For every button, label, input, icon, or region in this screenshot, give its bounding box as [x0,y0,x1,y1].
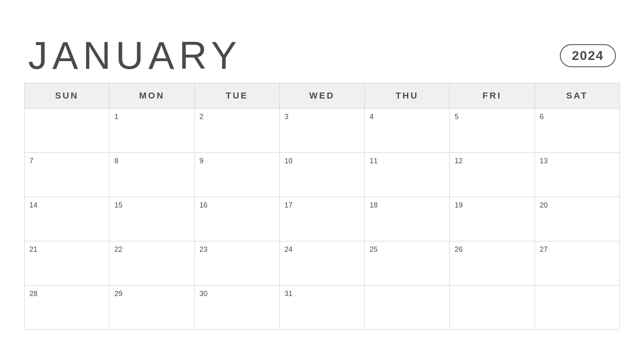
calendar-cell[interactable]: 5 [450,109,535,153]
calendar-cell[interactable]: 19 [450,197,535,241]
calendar-cell[interactable]: 18 [365,197,450,241]
calendar-cell[interactable]: 6 [535,109,619,153]
calendar-grid: SUN MON TUE WED THU FRI SAT 123456789101… [24,83,620,330]
calendar-body: 1234567891011121314151617181920212223242… [25,109,620,330]
calendar-container: JANUARY 2024 SUN MON TUE WED THU FRI SAT… [24,20,620,342]
month-title: JANUARY [28,36,242,75]
calendar-cell[interactable]: 8 [109,153,194,197]
calendar-cell[interactable]: 14 [25,197,109,241]
days-of-week-row: SUN MON TUE WED THU FRI SAT [25,83,620,109]
calendar-cell[interactable]: 30 [194,286,279,330]
calendar-cell[interactable]: 29 [109,286,194,330]
day-number: 25 [369,245,378,253]
day-number: 15 [114,201,122,209]
header-sat: SAT [535,83,619,109]
day-number: 2 [200,113,204,121]
calendar-cell[interactable]: 27 [535,241,619,286]
calendar-cell[interactable]: 17 [279,197,364,241]
calendar-cell[interactable]: 31 [279,286,364,330]
day-number: 29 [114,290,122,298]
day-number: 22 [114,245,122,253]
day-number: 30 [200,290,208,298]
day-number: 19 [454,201,462,209]
calendar-header: JANUARY 2024 [24,36,620,75]
calendar-cell[interactable]: 16 [194,197,279,241]
calendar-cell[interactable]: 7 [25,153,109,197]
day-number: 6 [540,113,544,121]
year-badge: 2024 [560,44,616,67]
header-wed: WED [279,83,364,109]
calendar-cell[interactable] [365,286,450,330]
calendar-cell[interactable]: 12 [450,153,535,197]
calendar-cell[interactable]: 13 [535,153,619,197]
day-number: 7 [29,157,33,165]
calendar-cell[interactable]: 9 [194,153,279,197]
day-number: 18 [369,201,378,209]
calendar-cell[interactable]: 25 [365,241,450,286]
day-number: 28 [29,290,37,298]
calendar-cell[interactable]: 10 [279,153,364,197]
calendar-cell[interactable] [535,286,619,330]
day-number: 26 [454,245,462,253]
week-row-2: 78910111213 [25,153,620,197]
day-number: 4 [369,113,374,121]
calendar-cell[interactable] [450,286,535,330]
calendar-cell[interactable]: 28 [25,286,109,330]
day-number: 5 [454,113,458,121]
calendar-cell[interactable]: 21 [25,241,109,286]
day-number: 13 [540,157,548,165]
day-number: 11 [369,157,378,165]
day-number: 8 [114,157,118,165]
header-tue: TUE [194,83,279,109]
day-number: 20 [540,201,548,209]
day-number: 17 [285,201,293,209]
day-number: 31 [285,290,293,298]
day-number: 12 [454,157,462,165]
day-number: 9 [200,157,204,165]
day-number: 14 [29,201,37,209]
calendar-cell[interactable]: 2 [194,109,279,153]
day-number: 23 [200,245,208,253]
calendar-cell[interactable] [25,109,109,153]
day-number: 16 [200,201,208,209]
calendar-cell[interactable]: 1 [109,109,194,153]
day-number: 24 [285,245,293,253]
day-number: 1 [114,113,118,121]
day-number: 27 [540,245,548,253]
header-fri: FRI [450,83,535,109]
calendar-cell[interactable]: 3 [279,109,364,153]
header-sun: SUN [25,83,109,109]
day-number: 3 [285,113,289,121]
calendar-cell[interactable]: 11 [365,153,450,197]
week-row-3: 14151617181920 [25,197,620,241]
calendar-cell[interactable]: 15 [109,197,194,241]
week-row-4: 21222324252627 [25,241,620,286]
calendar-cell[interactable]: 24 [279,241,364,286]
header-thu: THU [365,83,450,109]
header-mon: MON [109,83,194,109]
week-row-5: 28293031 [25,286,620,330]
week-row-1: 123456 [25,109,620,153]
day-number: 10 [285,157,293,165]
calendar-cell[interactable]: 22 [109,241,194,286]
day-number: 21 [29,245,37,253]
calendar-cell[interactable]: 20 [535,197,619,241]
calendar-cell[interactable]: 26 [450,241,535,286]
calendar-cell[interactable]: 4 [365,109,450,153]
calendar-cell[interactable]: 23 [194,241,279,286]
